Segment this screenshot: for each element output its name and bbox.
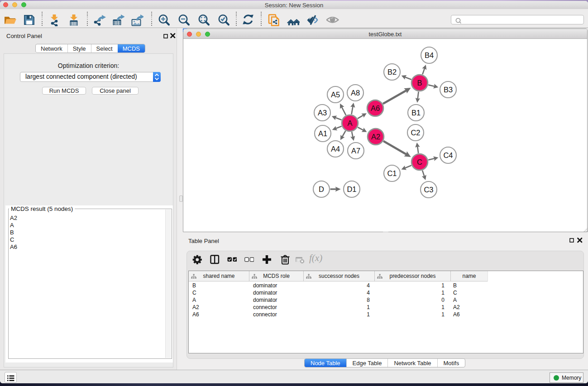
svg-text:D: D xyxy=(319,185,324,193)
svg-text:A: A xyxy=(347,119,352,127)
svg-text:C4: C4 xyxy=(443,151,453,159)
svg-text:B: B xyxy=(417,79,422,87)
svg-text:A1: A1 xyxy=(318,129,327,138)
svg-text:B4: B4 xyxy=(425,51,434,59)
svg-text:C: C xyxy=(417,158,422,166)
svg-text:A4: A4 xyxy=(331,145,340,153)
svg-text:C3: C3 xyxy=(424,186,433,194)
svg-text:A7: A7 xyxy=(351,147,360,155)
svg-text:A6: A6 xyxy=(371,104,380,112)
svg-text:B2: B2 xyxy=(387,68,397,76)
svg-text:B1: B1 xyxy=(411,109,421,117)
svg-text:D1: D1 xyxy=(347,185,356,193)
svg-text:B3: B3 xyxy=(444,86,453,94)
svg-text:A2: A2 xyxy=(371,133,380,141)
svg-text:C2: C2 xyxy=(411,129,420,137)
svg-text:f(x): f(x) xyxy=(309,254,322,263)
svg-text:A5: A5 xyxy=(331,91,340,99)
svg-text:A8: A8 xyxy=(351,89,360,97)
svg-text:A3: A3 xyxy=(318,109,327,117)
svg-text:C1: C1 xyxy=(387,169,397,177)
